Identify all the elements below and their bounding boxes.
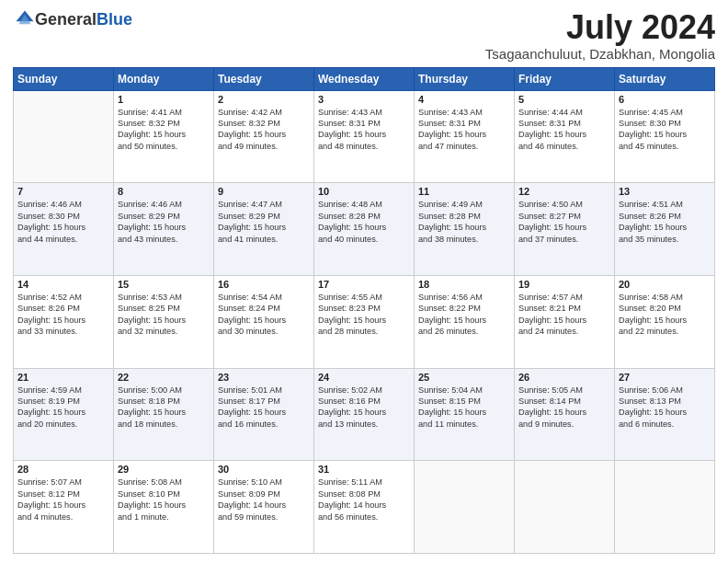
day-info: Sunrise: 4:54 AM Sunset: 8:24 PM Dayligh… [218,292,310,338]
header-friday: Friday [515,67,615,90]
header-monday: Monday [114,67,214,90]
day-info: Sunrise: 5:07 AM Sunset: 8:12 PM Dayligh… [17,477,109,523]
calendar-cell: 2Sunrise: 4:42 AM Sunset: 8:32 PM Daylig… [214,90,314,183]
calendar-cell [14,90,114,183]
calendar-cell: 1Sunrise: 4:41 AM Sunset: 8:32 PM Daylig… [114,90,214,183]
calendar-cell: 17Sunrise: 4:55 AM Sunset: 8:23 PM Dayli… [314,275,415,368]
calendar-cell: 8Sunrise: 4:46 AM Sunset: 8:29 PM Daylig… [114,183,214,276]
logo-general: General [35,10,97,29]
day-number: 8 [118,186,210,197]
calendar-cell: 15Sunrise: 4:53 AM Sunset: 8:25 PM Dayli… [114,275,214,368]
week-row-3: 14Sunrise: 4:52 AM Sunset: 8:26 PM Dayli… [14,275,715,368]
day-info: Sunrise: 4:42 AM Sunset: 8:32 PM Dayligh… [218,107,310,153]
logo-icon [15,9,35,29]
day-number: 14 [17,279,109,290]
header: GeneralBlue July 2024 Tsagaanchuluut, Dz… [13,9,715,62]
calendar-cell: 31Sunrise: 5:11 AM Sunset: 8:08 PM Dayli… [314,461,415,554]
header-wednesday: Wednesday [314,67,415,90]
day-info: Sunrise: 4:52 AM Sunset: 8:26 PM Dayligh… [17,292,109,338]
weekday-header-row: Sunday Monday Tuesday Wednesday Thursday… [14,67,715,90]
calendar-cell: 4Sunrise: 4:43 AM Sunset: 8:31 PM Daylig… [415,90,515,183]
day-number: 12 [518,186,610,197]
day-number: 25 [418,372,510,383]
day-number: 21 [17,372,109,383]
day-number: 2 [218,94,310,105]
calendar-cell: 7Sunrise: 4:46 AM Sunset: 8:30 PM Daylig… [14,183,114,276]
day-info: Sunrise: 4:44 AM Sunset: 8:31 PM Dayligh… [518,107,610,153]
day-number: 23 [218,372,310,383]
day-number: 13 [619,186,711,197]
calendar-cell: 23Sunrise: 5:01 AM Sunset: 8:17 PM Dayli… [214,368,314,461]
day-info: Sunrise: 4:53 AM Sunset: 8:25 PM Dayligh… [118,292,210,338]
calendar-cell: 25Sunrise: 5:04 AM Sunset: 8:15 PM Dayli… [415,368,515,461]
day-info: Sunrise: 5:01 AM Sunset: 8:17 PM Dayligh… [218,385,310,431]
day-info: Sunrise: 5:04 AM Sunset: 8:15 PM Dayligh… [418,385,510,431]
day-info: Sunrise: 4:45 AM Sunset: 8:30 PM Dayligh… [619,107,711,153]
calendar-cell: 21Sunrise: 4:59 AM Sunset: 8:19 PM Dayli… [14,368,114,461]
calendar-cell: 14Sunrise: 4:52 AM Sunset: 8:26 PM Dayli… [14,275,114,368]
day-number: 5 [518,94,610,105]
day-info: Sunrise: 5:10 AM Sunset: 8:09 PM Dayligh… [218,477,310,523]
day-number: 10 [318,186,410,197]
week-row-4: 21Sunrise: 4:59 AM Sunset: 8:19 PM Dayli… [14,368,715,461]
day-number: 11 [418,186,510,197]
day-info: Sunrise: 4:46 AM Sunset: 8:30 PM Dayligh… [17,199,109,245]
day-info: Sunrise: 4:58 AM Sunset: 8:20 PM Dayligh… [619,292,711,338]
calendar-cell [615,461,715,554]
calendar-cell: 28Sunrise: 5:07 AM Sunset: 8:12 PM Dayli… [14,461,114,554]
calendar-cell: 22Sunrise: 5:00 AM Sunset: 8:18 PM Dayli… [114,368,214,461]
header-tuesday: Tuesday [214,67,314,90]
calendar-cell: 29Sunrise: 5:08 AM Sunset: 8:10 PM Dayli… [114,461,214,554]
location-subtitle: Tsagaanchuluut, Dzabkhan, Mongolia [485,46,715,62]
week-row-5: 28Sunrise: 5:07 AM Sunset: 8:12 PM Dayli… [14,461,715,554]
calendar-cell: 26Sunrise: 5:05 AM Sunset: 8:14 PM Dayli… [515,368,615,461]
day-number: 16 [218,279,310,290]
day-number: 9 [218,186,310,197]
day-number: 31 [318,464,410,475]
day-info: Sunrise: 4:50 AM Sunset: 8:27 PM Dayligh… [518,199,610,245]
calendar-cell [415,461,515,554]
day-info: Sunrise: 4:56 AM Sunset: 8:22 PM Dayligh… [418,292,510,338]
month-title: July 2024 [485,9,715,46]
day-info: Sunrise: 4:48 AM Sunset: 8:28 PM Dayligh… [318,199,410,245]
day-info: Sunrise: 5:06 AM Sunset: 8:13 PM Dayligh… [619,385,711,431]
day-number: 1 [118,94,210,105]
day-number: 27 [619,372,711,383]
header-thursday: Thursday [415,67,515,90]
day-info: Sunrise: 5:00 AM Sunset: 8:18 PM Dayligh… [118,385,210,431]
day-number: 26 [518,372,610,383]
logo-area: GeneralBlue [13,9,132,29]
calendar-cell: 13Sunrise: 4:51 AM Sunset: 8:26 PM Dayli… [615,183,715,276]
day-info: Sunrise: 4:59 AM Sunset: 8:19 PM Dayligh… [17,385,109,431]
calendar-cell: 24Sunrise: 5:02 AM Sunset: 8:16 PM Dayli… [314,368,415,461]
day-number: 20 [619,279,711,290]
day-number: 29 [118,464,210,475]
calendar-cell: 20Sunrise: 4:58 AM Sunset: 8:20 PM Dayli… [615,275,715,368]
calendar-cell: 6Sunrise: 4:45 AM Sunset: 8:30 PM Daylig… [615,90,715,183]
calendar-table: Sunday Monday Tuesday Wednesday Thursday… [13,67,715,554]
day-info: Sunrise: 5:05 AM Sunset: 8:14 PM Dayligh… [518,385,610,431]
calendar-cell: 11Sunrise: 4:49 AM Sunset: 8:28 PM Dayli… [415,183,515,276]
logo-blue: Blue [97,10,132,29]
day-info: Sunrise: 4:55 AM Sunset: 8:23 PM Dayligh… [318,292,410,338]
logo: GeneralBlue [13,9,132,29]
day-number: 22 [118,372,210,383]
day-info: Sunrise: 4:49 AM Sunset: 8:28 PM Dayligh… [418,199,510,245]
day-number: 6 [619,94,711,105]
day-info: Sunrise: 5:02 AM Sunset: 8:16 PM Dayligh… [318,385,410,431]
day-number: 7 [17,186,109,197]
day-number: 4 [418,94,510,105]
day-info: Sunrise: 4:41 AM Sunset: 8:32 PM Dayligh… [118,107,210,153]
calendar-cell: 19Sunrise: 4:57 AM Sunset: 8:21 PM Dayli… [515,275,615,368]
day-info: Sunrise: 4:57 AM Sunset: 8:21 PM Dayligh… [518,292,610,338]
calendar-page: GeneralBlue July 2024 Tsagaanchuluut, Dz… [0,0,728,563]
day-info: Sunrise: 4:43 AM Sunset: 8:31 PM Dayligh… [418,107,510,153]
week-row-2: 7Sunrise: 4:46 AM Sunset: 8:30 PM Daylig… [14,183,715,276]
day-number: 17 [318,279,410,290]
day-number: 28 [17,464,109,475]
calendar-cell: 18Sunrise: 4:56 AM Sunset: 8:22 PM Dayli… [415,275,515,368]
day-info: Sunrise: 5:08 AM Sunset: 8:10 PM Dayligh… [118,477,210,523]
day-number: 18 [418,279,510,290]
calendar-cell: 10Sunrise: 4:48 AM Sunset: 8:28 PM Dayli… [314,183,415,276]
day-number: 3 [318,94,410,105]
